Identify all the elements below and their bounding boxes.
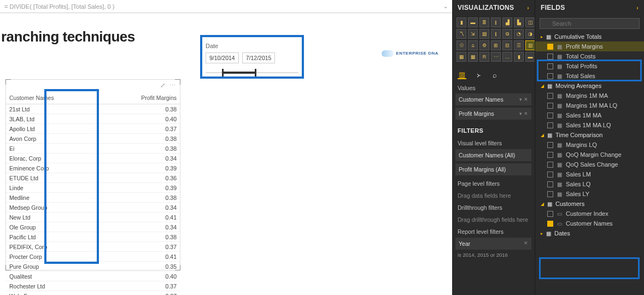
table-row[interactable]: Elorac, Corp0.34 — [6, 154, 180, 163]
viz-type-icon[interactable]: … — [502, 52, 512, 62]
field-item[interactable]: ▦Margins LQ — [535, 140, 644, 150]
checkbox-icon[interactable] — [547, 63, 553, 69]
viz-type-icon[interactable]: ⫿ — [491, 17, 501, 27]
filter-well[interactable]: Customer Names (All) — [455, 149, 531, 161]
checkbox-icon[interactable] — [547, 142, 553, 148]
table-header[interactable]: Profit Margins — [102, 92, 180, 104]
field-item[interactable]: ▭Customer Index — [535, 209, 644, 219]
viz-type-icon[interactable]: ⇲ — [468, 29, 478, 39]
analytics-tab-icon[interactable]: ⌕ — [490, 70, 499, 79]
slider-handle-start[interactable] — [222, 69, 224, 76]
field-table[interactable]: ◢▦Customers — [535, 199, 644, 209]
field-item[interactable]: ▦Total Sales — [535, 71, 644, 81]
checkbox-icon[interactable] — [547, 191, 553, 197]
viz-type-icon[interactable]: ◫ — [525, 17, 535, 27]
field-item[interactable]: ▦Sales 1M MA — [535, 110, 644, 120]
viz-type-icon[interactable]: ⊟ — [502, 40, 512, 50]
viz-type-icon[interactable]: ◑ — [525, 29, 535, 39]
filter-well[interactable]: Profit Margins (All) — [455, 163, 531, 175]
table-row[interactable]: Procter Corp0.41 — [6, 252, 180, 262]
search-input[interactable] — [540, 18, 640, 29]
formula-bar[interactable]: = DIVIDE( [Total Profits], [Total Sales]… — [0, 0, 452, 13]
date-from-input[interactable]: 9/10/2014 — [206, 52, 239, 63]
visualizations-header[interactable]: VISUALIZATIONS › — [452, 0, 535, 15]
chevron-down-icon[interactable]: ⌄ — [443, 3, 448, 9]
viz-type-icon[interactable]: ▙ — [514, 17, 524, 27]
field-table[interactable]: ▸▦Cumulative Totals — [535, 32, 644, 42]
field-item[interactable]: ▦Total Profits — [535, 61, 644, 71]
checkbox-icon[interactable] — [547, 211, 553, 217]
slider-handle-end[interactable] — [255, 69, 256, 76]
table-row[interactable]: Apollo Ltd0.37 — [6, 124, 180, 134]
chevron-right-icon[interactable]: › — [636, 5, 639, 11]
viz-type-icon[interactable]: ⩍ — [468, 40, 478, 50]
field-item[interactable]: ▦QoQ Margin Change — [535, 150, 644, 160]
field-item[interactable]: ▦Profit Margins — [535, 42, 644, 51]
table-row[interactable]: Ole Group0.34 — [6, 222, 180, 232]
checkbox-icon[interactable] — [547, 152, 553, 158]
viz-type-icon[interactable]: ⧉ — [502, 29, 512, 39]
checkbox-icon[interactable] — [547, 181, 553, 187]
checkbox-icon[interactable] — [547, 122, 553, 128]
field-item[interactable]: ▦Sales LM — [535, 169, 644, 179]
viz-type-icon[interactable]: ⦾ — [456, 40, 466, 50]
table-row[interactable]: PEDIFIX, Corp0.37 — [6, 242, 180, 252]
field-well[interactable]: Customer Names▾ ✕ — [455, 93, 531, 105]
viz-type-icon[interactable]: ▮ — [514, 52, 524, 62]
field-item[interactable]: ▦Margins 1M MA LQ — [535, 101, 644, 110]
field-item[interactable]: ▦Margins 1M MA — [535, 91, 644, 101]
field-item[interactable]: ▦Total Costs — [535, 51, 644, 61]
viz-type-icon[interactable]: ≣ — [479, 17, 489, 27]
table-row[interactable]: 21st Ltd0.38 — [6, 104, 180, 114]
field-item[interactable]: ▭Customer Names — [535, 219, 644, 228]
table-visual[interactable]: ⤢ ⋯ Customer NamesProfit Margins 21st Lt… — [5, 79, 180, 270]
chevron-right-icon[interactable]: › — [527, 5, 529, 11]
table-row[interactable]: WakeFern0.37 — [6, 291, 180, 296]
viz-type-icon[interactable]: ▬ — [525, 52, 535, 62]
table-row[interactable]: Linde0.39 — [6, 183, 180, 193]
viz-type-icon[interactable]: ⋯ — [491, 52, 501, 62]
field-item[interactable]: ▦Sales 1M MA LQ — [535, 120, 644, 130]
checkbox-icon[interactable] — [547, 162, 553, 168]
viz-type-icon[interactable]: ▨ — [479, 29, 489, 39]
viz-type-icon[interactable]: ▥ — [525, 40, 535, 50]
checkbox-icon[interactable] — [547, 44, 553, 50]
table-row[interactable]: Pure Group0.35 — [6, 262, 180, 272]
table-row[interactable]: Eminence Corp0.39 — [6, 163, 180, 173]
viz-type-icon[interactable]: ▩ — [468, 52, 478, 62]
table-row[interactable]: ETUDE Ltd0.36 — [6, 173, 180, 183]
checkbox-icon[interactable] — [547, 172, 553, 178]
viz-type-icon[interactable]: ▟ — [502, 17, 512, 27]
fields-header[interactable]: FIELDS › — [535, 0, 644, 15]
viz-type-icon[interactable]: R — [479, 52, 489, 62]
viz-type-icon[interactable]: ▦ — [456, 52, 466, 62]
field-table[interactable]: ◢▦Moving Averages — [535, 81, 644, 91]
checkbox-icon[interactable] — [547, 73, 553, 79]
format-tab-icon[interactable]: ᚛ — [474, 70, 483, 79]
viz-type-icon[interactable]: 〽 — [456, 29, 466, 39]
drillthrough-drop[interactable]: Drag drillthrough fields here — [452, 214, 535, 226]
field-item[interactable]: ▦Sales LY — [535, 189, 644, 199]
viz-type-icon[interactable]: ▮ — [456, 17, 466, 27]
fields-tab-icon[interactable]: ▥ — [458, 70, 466, 79]
viz-type-icon[interactable]: ☰ — [514, 40, 524, 50]
year-filter-well[interactable]: Year✕ — [455, 238, 531, 250]
field-item[interactable]: ▦Sales LQ — [535, 179, 644, 189]
field-table[interactable]: ▸▦Dates — [535, 228, 644, 238]
table-header[interactable]: Customer Names — [6, 92, 102, 104]
viz-type-icon[interactable]: ⫿ — [491, 29, 501, 39]
date-slider[interactable] — [206, 68, 298, 78]
more-options-icon[interactable]: ⋯ — [169, 82, 175, 89]
date-to-input[interactable]: 7/12/2015 — [242, 52, 276, 63]
checkbox-icon[interactable] — [547, 113, 553, 119]
close-icon[interactable]: ✕ — [524, 240, 528, 247]
table-row[interactable]: New Ltd0.41 — [6, 213, 180, 222]
viz-type-icon[interactable]: ⊞ — [491, 40, 501, 50]
checkbox-icon[interactable] — [547, 103, 553, 109]
table-row[interactable]: Rochester Ltd0.37 — [6, 281, 180, 291]
table-row[interactable]: Avon Corp0.38 — [6, 134, 180, 144]
viz-type-icon[interactable]: ◔ — [514, 29, 524, 39]
checkbox-icon[interactable] — [547, 221, 553, 227]
field-well[interactable]: Profit Margins▾ ✕ — [455, 108, 531, 120]
table-row[interactable]: Medsep Group0.34 — [6, 203, 180, 213]
